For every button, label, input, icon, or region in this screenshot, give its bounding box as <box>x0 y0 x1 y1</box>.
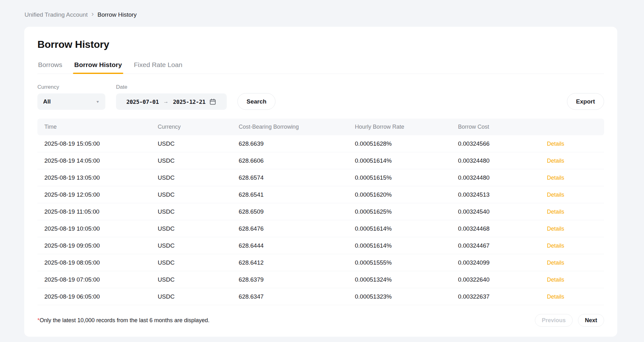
cell-time: 2025-08-19 10:05:00 <box>37 225 151 232</box>
table-row: 2025-08-19 13:05:00 USDC 628.6574 0.0005… <box>37 169 604 186</box>
cell-borrow-cost: 0.00322640 <box>451 276 540 283</box>
table-row: 2025-08-19 10:05:00 USDC 628.6476 0.0005… <box>37 220 604 237</box>
table-row: 2025-08-19 15:05:00 USDC 628.6639 0.0005… <box>37 135 604 152</box>
chevron-down-icon: ▼ <box>96 100 100 104</box>
cell-borrow-cost: 0.00324099 <box>451 259 540 266</box>
cell-cost-bearing-borrowing: 628.6606 <box>232 157 348 164</box>
column-header-currency: Currency <box>151 124 232 130</box>
details-link[interactable]: Details <box>547 277 564 283</box>
cell-cost-bearing-borrowing: 628.6412 <box>232 259 348 266</box>
cell-currency: USDC <box>151 191 232 198</box>
column-header-hourly-borrow-rate: Hourly Borrow Rate <box>348 124 451 130</box>
cell-hourly-borrow-rate: 0.00051614% <box>348 225 451 232</box>
page-title: Borrow History <box>37 39 604 50</box>
details-link[interactable]: Details <box>547 192 564 198</box>
cell-cost-bearing-borrowing: 628.6574 <box>232 174 348 181</box>
cell-hourly-borrow-rate: 0.00051555% <box>348 259 451 266</box>
cell-borrow-cost: 0.00324513 <box>451 191 540 198</box>
borrow-history-table: Time Currency Cost-Bearing Borrowing Hou… <box>37 119 604 305</box>
cell-currency: USDC <box>151 208 232 215</box>
table-row: 2025-08-19 12:05:00 USDC 628.6541 0.0005… <box>37 186 604 203</box>
cell-borrow-cost: 0.00324468 <box>451 225 540 232</box>
currency-filter-group: Currency All ▼ <box>37 84 105 110</box>
borrow-history-card: Borrow History Borrows Borrow History Fi… <box>24 27 617 337</box>
breadcrumb-current-borrow-history: Borrow History <box>97 11 137 18</box>
cell-time: 2025-08-19 09:05:00 <box>37 242 151 249</box>
chevron-right-icon: › <box>92 11 94 19</box>
required-asterisk: * <box>37 317 40 323</box>
cell-currency: USDC <box>151 242 232 249</box>
cell-time: 2025-08-19 08:05:00 <box>37 259 151 266</box>
records-limit-note: *Only the latest 10,000 records from the… <box>37 317 209 324</box>
cell-currency: USDC <box>151 157 232 164</box>
tab-fixed-rate-loan-label: Fixed Rate Loan <box>134 61 182 68</box>
search-button[interactable]: Search <box>237 93 275 110</box>
arrow-right-icon: → <box>163 98 169 105</box>
cell-cost-bearing-borrowing: 628.6639 <box>232 140 348 147</box>
cell-cost-bearing-borrowing: 628.6444 <box>232 242 348 249</box>
table-header-row: Time Currency Cost-Bearing Borrowing Hou… <box>37 119 604 135</box>
table-row: 2025-08-19 07:05:00 USDC 628.6379 0.0005… <box>37 271 604 288</box>
table-row: 2025-08-19 11:05:00 USDC 628.6509 0.0005… <box>37 203 604 220</box>
details-link[interactable]: Details <box>547 209 564 215</box>
tab-bar: Borrows Borrow History Fixed Rate Loan <box>37 59 604 74</box>
breadcrumb-link-unified-trading-account[interactable]: Unified Trading Account <box>25 11 88 18</box>
details-link[interactable]: Details <box>547 175 564 181</box>
cell-borrow-cost: 0.00324480 <box>451 157 540 164</box>
tab-fixed-rate-loan[interactable]: Fixed Rate Loan <box>133 59 183 74</box>
cell-cost-bearing-borrowing: 628.6379 <box>232 276 348 283</box>
details-link[interactable]: Details <box>547 294 564 300</box>
cell-hourly-borrow-rate: 0.00051614% <box>348 157 451 164</box>
cell-hourly-borrow-rate: 0.00051620% <box>348 191 451 198</box>
cell-time: 2025-08-19 12:05:00 <box>37 191 151 198</box>
cell-hourly-borrow-rate: 0.00051615% <box>348 174 451 181</box>
cell-currency: USDC <box>151 140 232 147</box>
previous-page-button[interactable]: Previous <box>535 314 573 327</box>
cell-time: 2025-08-19 15:05:00 <box>37 140 151 147</box>
cell-hourly-borrow-rate: 0.00051628% <box>348 140 451 147</box>
details-link[interactable]: Details <box>547 260 564 266</box>
cell-hourly-borrow-rate: 0.00051323% <box>348 293 451 300</box>
currency-select[interactable]: All ▼ <box>37 93 105 110</box>
details-link[interactable]: Details <box>547 226 564 232</box>
cell-time: 2025-08-19 07:05:00 <box>37 276 151 283</box>
details-link[interactable]: Details <box>547 158 564 164</box>
cell-cost-bearing-borrowing: 628.6509 <box>232 208 348 215</box>
export-button[interactable]: Export <box>567 93 604 110</box>
date-filter-group: Date 2025-07-01 → 2025-12-21 <box>116 84 227 110</box>
details-link[interactable]: Details <box>547 243 564 249</box>
cell-borrow-cost: 0.00324566 <box>451 140 540 147</box>
currency-filter-label: Currency <box>37 84 105 90</box>
calendar-icon <box>209 98 216 105</box>
cell-borrow-cost: 0.00324480 <box>451 174 540 181</box>
cell-currency: USDC <box>151 174 232 181</box>
date-range-end[interactable]: 2025-12-21 <box>173 98 205 105</box>
currency-select-value: All <box>43 98 96 105</box>
column-header-time: Time <box>37 124 151 130</box>
tab-borrows[interactable]: Borrows <box>37 59 63 74</box>
date-filter-label: Date <box>116 84 227 90</box>
date-range-start[interactable]: 2025-07-01 <box>126 98 159 105</box>
card-footer: *Only the latest 10,000 records from the… <box>37 314 604 327</box>
column-header-borrow-cost: Borrow Cost <box>451 124 540 130</box>
column-header-cost-bearing-borrowing: Cost-Bearing Borrowing <box>232 124 348 130</box>
filter-bar: Currency All ▼ Date 2025-07-01 → 2025-12… <box>37 84 604 110</box>
next-page-button[interactable]: Next <box>578 314 604 327</box>
details-link[interactable]: Details <box>547 141 564 147</box>
tab-borrows-label: Borrows <box>38 61 62 68</box>
cell-time: 2025-08-19 14:05:00 <box>37 157 151 164</box>
cell-borrow-cost: 0.00322637 <box>451 293 540 300</box>
cell-cost-bearing-borrowing: 628.6347 <box>232 293 348 300</box>
date-range-picker[interactable]: 2025-07-01 → 2025-12-21 <box>116 93 227 110</box>
cell-currency: USDC <box>151 259 232 266</box>
cell-borrow-cost: 0.00324540 <box>451 208 540 215</box>
tab-borrow-history[interactable]: Borrow History <box>74 59 123 74</box>
cell-cost-bearing-borrowing: 628.6476 <box>232 225 348 232</box>
cell-time: 2025-08-19 11:05:00 <box>37 208 151 215</box>
table-row: 2025-08-19 06:05:00 USDC 628.6347 0.0005… <box>37 288 604 305</box>
cell-currency: USDC <box>151 225 232 232</box>
table-row: 2025-08-19 08:05:00 USDC 628.6412 0.0005… <box>37 254 604 271</box>
breadcrumb: Unified Trading Account › Borrow History <box>0 0 644 19</box>
cell-hourly-borrow-rate: 0.00051625% <box>348 208 451 215</box>
cell-borrow-cost: 0.00324467 <box>451 242 540 249</box>
